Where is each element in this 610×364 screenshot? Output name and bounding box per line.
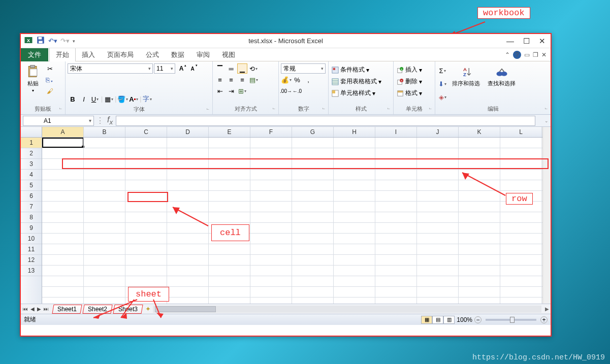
find-select-button[interactable]: 查找和选择 — [485, 63, 519, 88]
wrap-text-icon[interactable]: ▤ — [248, 75, 259, 85]
col-header-K[interactable]: K — [459, 127, 500, 137]
align-right-icon[interactable]: ≡ — [237, 75, 247, 85]
percent-icon[interactable]: % — [292, 75, 302, 85]
format-cells-button[interactable]: 格式▾ — [396, 89, 423, 97]
close-button[interactable]: ✕ — [539, 37, 545, 46]
row-header-11[interactable]: 11 — [21, 244, 42, 255]
autosum-icon[interactable]: Σ — [437, 65, 447, 76]
select-all-corner[interactable] — [21, 127, 42, 137]
row-header-5[interactable]: 5 — [21, 180, 42, 191]
name-box-splitter[interactable]: ⋮ — [96, 116, 104, 125]
col-header-E[interactable]: E — [209, 127, 250, 137]
col-header-L[interactable]: L — [500, 127, 542, 137]
row-header-4[interactable]: 4 — [21, 170, 42, 180]
sheet-tab-2[interactable]: Sheet2 — [82, 305, 112, 314]
row-header-3[interactable]: 3 — [21, 159, 42, 170]
file-tab[interactable]: 文件 — [21, 48, 48, 61]
horizontal-scrollbar[interactable] — [153, 306, 541, 313]
row-header-1[interactable]: 1 — [21, 138, 42, 148]
conditional-format-button[interactable]: 条件格式▾ — [331, 65, 382, 74]
bold-button[interactable]: B — [68, 94, 78, 104]
align-center-icon[interactable]: ≡ — [226, 75, 236, 85]
fx-icon[interactable]: fx — [104, 115, 116, 126]
increase-font-icon[interactable]: A▴ — [176, 63, 186, 74]
sheet-tab-3[interactable]: Sheet3 — [113, 305, 143, 314]
increase-decimal-icon[interactable]: .00→ — [281, 86, 291, 96]
row-header-2[interactable]: 2 — [21, 148, 42, 159]
cells-area[interactable] — [42, 138, 551, 304]
fill-icon[interactable]: ⬇ — [437, 79, 447, 89]
row-header-10[interactable]: 10 — [21, 234, 42, 244]
row-header-8[interactable]: 8 — [21, 212, 42, 223]
minimize-button[interactable]: ― — [506, 37, 514, 46]
cut-button[interactable]: ✂ — [45, 63, 55, 74]
cell-styles-button[interactable]: 单元格样式▾ — [331, 89, 382, 97]
window-close-sub[interactable]: ✕ — [541, 51, 547, 58]
copy-button[interactable]: ⎘▾ — [45, 75, 55, 85]
decrease-font-icon[interactable]: A▾ — [187, 63, 198, 74]
tab-insert[interactable]: 插入 — [76, 48, 101, 61]
underline-button[interactable]: U — [90, 94, 100, 104]
tab-formulas[interactable]: 公式 — [140, 48, 165, 61]
font-name-combo[interactable]: 宋体 — [68, 63, 153, 74]
sheet-nav-first[interactable]: ⏮ — [22, 306, 29, 312]
col-header-B[interactable]: B — [84, 127, 125, 137]
fill-color-button[interactable]: 🪣 — [117, 94, 127, 104]
italic-button[interactable]: I — [79, 94, 89, 104]
col-header-G[interactable]: G — [292, 127, 334, 137]
align-top-icon[interactable]: ▔ — [215, 63, 225, 74]
col-header-I[interactable]: I — [375, 127, 417, 137]
new-sheet-icon[interactable]: ✦ — [145, 305, 151, 313]
col-header-J[interactable]: J — [417, 127, 459, 137]
window-restore-sub[interactable]: ❐ — [533, 51, 538, 58]
orientation-icon[interactable]: ⟲ — [248, 63, 259, 74]
row-header-13[interactable]: 13 — [21, 266, 42, 276]
delete-cells-button[interactable]: ×删除▾ — [396, 77, 423, 86]
border-button[interactable]: ▦ — [104, 94, 114, 104]
view-normal-icon[interactable]: ▦ — [421, 316, 432, 324]
formula-bar[interactable] — [116, 116, 535, 126]
col-header-H[interactable]: H — [334, 127, 375, 137]
zoom-in-button[interactable]: + — [540, 316, 548, 323]
row-header-7[interactable]: 7 — [21, 202, 42, 212]
align-middle-icon[interactable]: ═ — [226, 63, 236, 74]
font-size-combo[interactable]: 11 — [154, 63, 175, 74]
row-header-9[interactable]: 9 — [21, 223, 42, 234]
save-icon[interactable] — [36, 36, 45, 47]
format-painter-button[interactable]: 🖌 — [45, 86, 55, 96]
insert-cells-button[interactable]: +插入▾ — [396, 65, 423, 74]
help-icon[interactable]: ? — [513, 51, 521, 59]
view-page-layout-icon[interactable]: ▤ — [432, 316, 443, 324]
align-bottom-icon[interactable]: ▁ — [237, 63, 247, 74]
paste-button[interactable]: 粘贴 ▾ — [23, 63, 43, 94]
decrease-decimal-icon[interactable]: ←.0 — [292, 86, 302, 96]
row-header-12[interactable]: 12 — [21, 255, 42, 266]
tab-review[interactable]: 审阅 — [190, 48, 216, 61]
col-header-A[interactable]: A — [42, 127, 84, 137]
col-header-D[interactable]: D — [167, 127, 209, 137]
tab-data[interactable]: 数据 — [165, 48, 190, 61]
redo-icon[interactable]: ↷▾ — [60, 37, 70, 45]
sheet-tab-1[interactable]: Sheet1 — [52, 305, 82, 314]
tab-home[interactable]: 开始 — [49, 48, 76, 61]
zoom-out-button[interactable]: − — [474, 316, 481, 323]
align-left-icon[interactable]: ≡ — [215, 75, 225, 85]
collapse-ribbon-icon[interactable]: ⌃ — [505, 51, 510, 58]
merge-icon[interactable]: ⊞ — [237, 86, 247, 96]
sheet-nav-prev[interactable]: ◀ — [29, 306, 36, 312]
row-header-6[interactable]: 6 — [21, 191, 42, 202]
view-page-break-icon[interactable]: ▥ — [443, 316, 455, 324]
col-header-F[interactable]: F — [250, 127, 292, 137]
zoom-level[interactable]: 100% — [457, 316, 472, 323]
format-as-table-button[interactable]: 套用表格格式▾ — [331, 77, 382, 86]
sort-filter-button[interactable]: AZ 排序和筛选 — [449, 63, 483, 88]
tab-view[interactable]: 视图 — [216, 48, 241, 61]
decrease-indent-icon[interactable]: ⇤ — [215, 86, 225, 96]
hscroll-right[interactable]: ▶ — [543, 306, 551, 312]
sheet-nav-next[interactable]: ▶ — [36, 306, 42, 312]
col-header-C[interactable]: C — [125, 127, 167, 137]
number-format-combo[interactable]: 常规 — [281, 63, 326, 74]
window-minimize-sub[interactable]: ▭ — [524, 51, 530, 58]
undo-icon[interactable]: ↶▾ — [48, 37, 57, 45]
comma-icon[interactable]: , — [303, 75, 313, 85]
